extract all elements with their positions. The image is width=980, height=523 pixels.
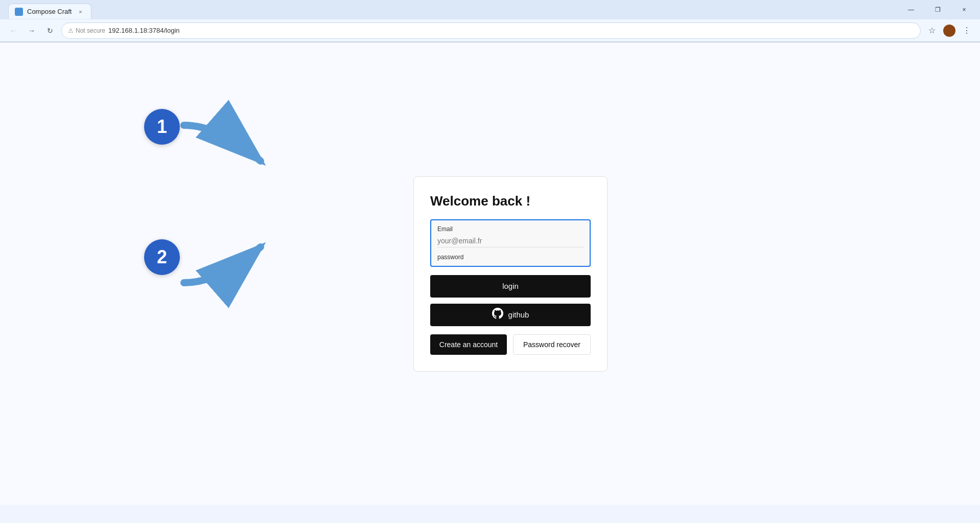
close-button[interactable]: × — [952, 2, 976, 17]
arrow-2 — [179, 237, 271, 290]
not-secure-label: Not secure — [76, 27, 105, 34]
profile-avatar[interactable] — [943, 25, 955, 37]
menu-button[interactable]: ⋮ — [960, 24, 974, 38]
refresh-button[interactable]: ↻ — [43, 24, 57, 38]
annotation-2: 2 — [144, 239, 180, 275]
tab-title: Compose Craft — [27, 8, 72, 15]
back-button[interactable]: ← — [6, 24, 20, 38]
forward-button[interactable]: → — [25, 24, 39, 38]
title-bar: Compose Craft × — ❐ × — [0, 0, 980, 19]
arrow-1 — [179, 120, 271, 173]
github-logo-svg — [492, 308, 503, 319]
login-card: Welcome back ! Email password login gith… — [413, 176, 608, 372]
github-button[interactable]: github — [430, 304, 591, 326]
password-recover-button[interactable]: Password recover — [513, 334, 591, 355]
arrow-2-svg — [179, 237, 271, 288]
tabs-bar: Compose Craft × — [4, 1, 899, 19]
credentials-group: Email password — [430, 219, 591, 267]
url-bar[interactable]: ⚠ Not secure 192.168.1.18:3784/login — [61, 22, 921, 39]
minimize-button[interactable]: — — [899, 2, 923, 17]
bookmark-button[interactable]: ☆ — [925, 24, 939, 38]
browser-chrome: Compose Craft × — ❐ × ← → ↻ ⚠ Not secure… — [0, 0, 980, 42]
login-button[interactable]: login — [430, 275, 591, 298]
create-account-button[interactable]: Create an account — [430, 334, 507, 355]
email-label: Email — [437, 225, 584, 233]
annotation-1: 1 — [144, 109, 180, 145]
tab-favicon — [15, 8, 23, 16]
github-icon — [492, 308, 503, 322]
email-input[interactable] — [437, 235, 584, 247]
restore-button[interactable]: ❐ — [926, 2, 949, 17]
page-content: 1 2 Welcome back ! E — [0, 42, 980, 505]
tab-close-button[interactable]: × — [76, 7, 85, 16]
arrow-1-svg — [179, 120, 271, 171]
warning-icon: ⚠ — [68, 27, 74, 34]
active-tab[interactable]: Compose Craft × — [8, 4, 91, 19]
password-label: password — [437, 254, 584, 261]
address-bar: ← → ↻ ⚠ Not secure 192.168.1.18:3784/log… — [0, 19, 980, 42]
window-controls: — ❐ × — [899, 2, 976, 17]
welcome-title: Welcome back ! — [430, 193, 591, 209]
url-text: 192.168.1.18:3784/login — [108, 27, 180, 34]
not-secure-indicator: ⚠ Not secure — [68, 27, 105, 34]
bottom-buttons: Create an account Password recover — [430, 334, 591, 355]
